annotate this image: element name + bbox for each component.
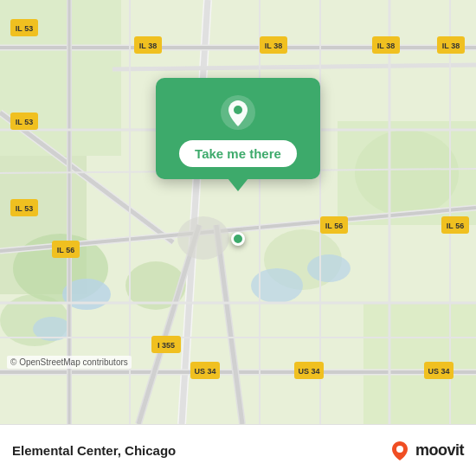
svg-text:IL 53: IL 53 [16, 204, 33, 213]
location-name: Elemental Center, Chicago [12, 443, 176, 458]
svg-text:IL 38: IL 38 [265, 42, 282, 50]
svg-point-71 [396, 446, 403, 453]
svg-text:US 34: US 34 [298, 367, 319, 376]
svg-text:IL 56: IL 56 [325, 222, 343, 230]
svg-text:I 355: I 355 [158, 341, 175, 350]
svg-point-40 [177, 216, 229, 260]
svg-text:IL 38: IL 38 [442, 42, 460, 50]
map-attribution: © OpenStreetMap contributors [7, 356, 132, 369]
map-container: IL 53 IL 53 IL 53 IL 38 IL 38 IL 38 IL 3… [0, 0, 476, 424]
svg-text:IL 38: IL 38 [139, 42, 157, 50]
svg-text:IL 38: IL 38 [377, 42, 395, 50]
svg-text:IL 56: IL 56 [57, 246, 74, 254]
svg-text:IL 53: IL 53 [16, 118, 33, 126]
svg-text:IL 53: IL 53 [16, 24, 33, 33]
svg-text:US 34: US 34 [428, 367, 449, 376]
svg-text:US 34: US 34 [194, 367, 215, 376]
moovit-brand-text: moovit [415, 441, 464, 460]
svg-rect-7 [363, 303, 476, 424]
svg-point-13 [307, 254, 351, 282]
moovit-logo: moovit [388, 439, 464, 463]
popup-card: Take me there [156, 78, 320, 179]
location-pin-icon [219, 93, 257, 132]
moovit-pin-icon [388, 439, 412, 463]
map-location-pin [231, 232, 245, 246]
svg-point-70 [234, 106, 242, 114]
bottom-bar: Elemental Center, Chicago moovit [0, 424, 476, 476]
take-me-there-button[interactable]: Take me there [179, 140, 297, 167]
svg-point-6 [355, 130, 459, 216]
svg-text:IL 56: IL 56 [447, 222, 464, 230]
